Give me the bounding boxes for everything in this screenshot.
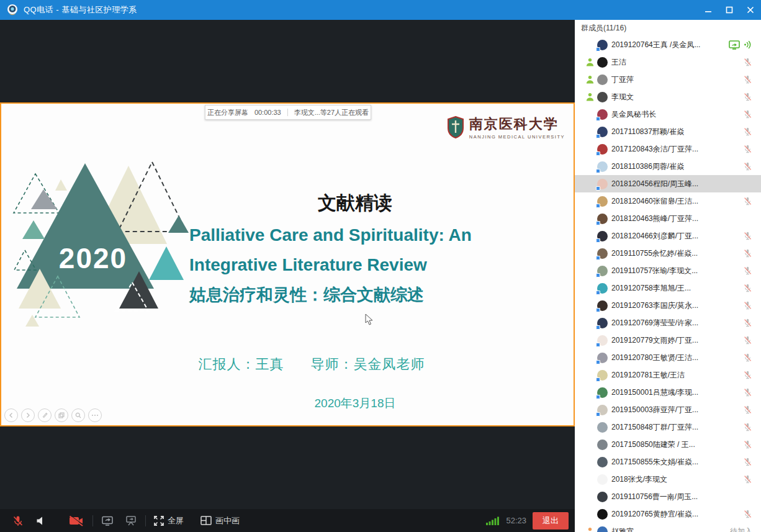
member-row[interactable]: 2018120466刘彦麟/丁亚... [575,227,761,245]
member-row[interactable]: 2019110755余忆婷/崔焱... [575,245,761,262]
member-row[interactable]: 王洁 [575,53,761,71]
pip-label: 画中画 [215,515,240,526]
member-name: 2018120466刘彦麟/丁亚... [611,231,698,241]
exit-call-button[interactable]: 退出 [533,512,569,530]
camera-off-button[interactable] [68,515,84,527]
member-name: 2018120456程阳/周玉峰... [611,179,698,189]
mobile-online-badge [596,238,600,243]
member-row[interactable]: 2018110386周蓉/崔焱 [575,158,761,175]
member-name: 2017110837邢颖/崔焱 [611,127,684,137]
prev-slide-button[interactable] [4,408,18,422]
member-name: 2018120463熊峰/丁亚萍... [611,214,698,224]
muted-mic-icon [743,144,752,154]
slide-title-en-line2: Integrative Literature Review [189,250,537,280]
share-status-text: 正在分享屏幕 [207,108,248,117]
fullscreen-button[interactable]: 全屏 [154,515,184,526]
member-row[interactable]: 2019120764王真 /吴金凤... [575,36,761,53]
presenter-name: 汇报人：王真 [198,356,284,372]
member-row[interactable]: 2018张戈/李现文 [575,471,761,488]
member-row[interactable]: 2019120779文雨婷/丁亚... [575,331,761,349]
member-avatar [597,405,608,415]
muted-mic-icon [743,196,752,206]
mouse-cursor [365,313,374,326]
member-avatar [597,422,608,433]
zoom-tool-button[interactable] [71,408,85,422]
member-row[interactable]: 2019150001吕慧彧/李现... [575,384,761,401]
slide-title-cn: 文献精读 [187,191,523,216]
muted-mic-icon [743,92,752,102]
member-row[interactable]: 2017120843余洁/丁亚萍... [575,140,761,158]
muted-mic-icon [743,405,752,415]
member-avatar [597,509,608,520]
qq-call-window: QQ电话 - 基础与社区护理学系 正在分享屏幕 00:00:33 李现文 [0,0,761,532]
share-screen-button[interactable] [101,515,114,526]
member-row[interactable]: 2018120463熊峰/丁亚萍... [575,210,761,227]
pen-tool-button[interactable] [38,408,52,422]
close-button[interactable] [740,0,761,20]
member-name: 2019120779文雨婷/丁亚... [611,335,698,346]
member-name: 2019120780王敏贤/王洁... [611,353,698,363]
member-row[interactable]: 2017110837邢颖/崔焱 [575,123,761,140]
muted-mic-icon [743,57,752,67]
share-viewers-text: 李现文...等27人正在观看 [294,108,369,117]
muted-mic-icon [743,74,752,84]
member-row[interactable]: 2017150848丁群/丁亚萍... [575,418,761,436]
muted-mic-icon [743,266,752,276]
mobile-online-badge [596,47,600,52]
member-avatar [597,370,608,381]
member-name: 李现文 [611,92,634,102]
member-name: 2019120765黄静宜/崔焱... [611,509,698,520]
member-row[interactable]: 吴金凤秘书长 [575,106,761,123]
person-status-icon [586,75,594,84]
person-status-icon [586,527,594,532]
member-avatar [597,248,608,259]
member-row[interactable]: 赵雅宜待加入 [575,523,761,532]
member-avatar [597,300,608,311]
camera-off-icon [68,515,84,527]
mobile-online-badge [596,395,600,399]
share-timer: 00:00:33 [254,109,281,116]
mobile-online-badge [596,221,600,225]
mobile-online-badge [596,412,600,417]
muted-mic-icon [743,387,752,397]
more-options-button[interactable] [88,408,102,422]
muted-mic-icon [743,318,752,328]
member-row[interactable]: 2019120758李旭旭/王... [575,279,761,297]
member-row[interactable]: 2017150850陆建荣 / 王... [575,436,761,453]
minimize-button[interactable] [698,0,719,20]
next-slide-button[interactable] [21,408,35,422]
mobile-online-badge [596,117,600,121]
member-avatar [597,318,608,328]
member-avatar [597,283,608,294]
slides-panel-button[interactable] [55,408,68,422]
member-row[interactable]: 2019110757张瑜/李现文... [575,262,761,279]
member-row[interactable]: 2019120765黄静宜/崔焱... [575,505,761,523]
member-row[interactable]: 丁亚萍 [575,71,761,88]
member-row[interactable]: 2019120781王敏/王洁 [575,366,761,384]
whiteboard-button[interactable] [125,515,137,526]
member-row[interactable]: 2019120763李国庆/莫永... [575,297,761,314]
slide-year: 2020 [37,241,149,275]
university-name-en: NANJING MEDICAL UNIVERSITY [469,134,565,140]
member-row[interactable]: 2018120456程阳/周玉峰... [575,175,761,192]
member-avatar [597,457,608,467]
pip-button[interactable]: 画中画 [200,515,240,526]
member-avatar [597,214,608,224]
mobile-online-badge [596,134,600,138]
member-avatar [597,526,608,532]
speaker-button[interactable] [35,515,47,526]
muted-mic-icon [743,300,752,310]
presenter-line: 汇报人：王真 导师：吴金凤老师 [156,355,467,374]
maximize-button[interactable] [719,0,740,20]
member-row[interactable]: 2019120780王敏贤/王洁... [575,349,761,366]
member-row[interactable]: 2019120769薄莹莹/许家... [575,314,761,331]
microphone-muted-button[interactable] [12,515,24,527]
university-logo: 南京医科大学 NANJING MEDICAL UNIVERSITY [447,115,565,140]
member-row[interactable]: 2017150855朱文娟/崔焱... [575,453,761,471]
member-row[interactable]: 2019110756曹一南/周玉... [575,488,761,505]
member-row[interactable]: 李现文 [575,88,761,106]
member-row[interactable]: 2019150003薛亚萍/丁亚... [575,401,761,418]
member-list: 2019120764王真 /吴金凤... 王洁 丁亚萍 李现文 吴金凤秘书长 2… [575,36,761,532]
member-name: 2018张戈/李现文 [611,474,667,485]
member-row[interactable]: 2018120460张留礜/王洁... [575,192,761,210]
